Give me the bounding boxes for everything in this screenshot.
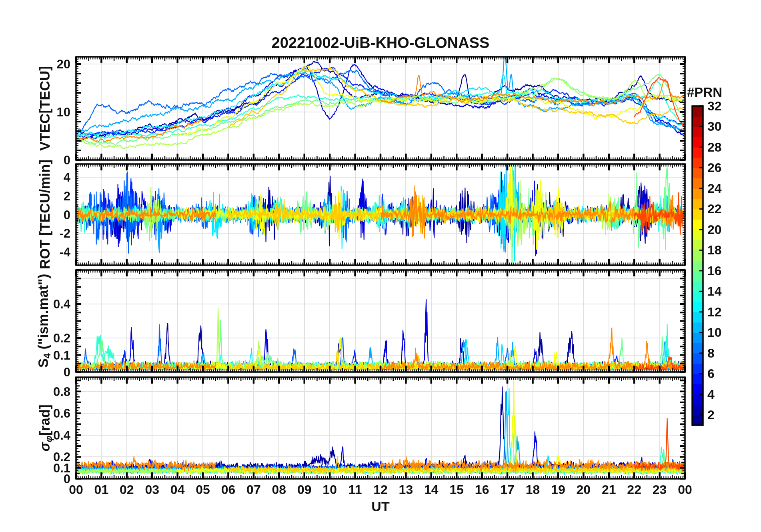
y-axis-label-vtec: VTEC[TECU] [37, 66, 53, 151]
x-tick-label: 05 [196, 483, 210, 496]
colorbar-tick-label: 2 [707, 408, 715, 421]
x-tick-label: 09 [297, 483, 312, 496]
x-tick-label: 22 [627, 483, 641, 496]
y-tick-label: 0.2 [53, 451, 70, 463]
x-tick-label: 15 [449, 483, 464, 496]
x-tick-label: 13 [399, 483, 413, 496]
colorbar-tick-label: 26 [707, 161, 722, 174]
x-tick-label: 12 [373, 483, 388, 496]
colorbar-tick-label: 12 [707, 306, 722, 318]
y-axis-label-text: ROT [TECU/min] [37, 160, 52, 269]
colorbar-tick-label: 16 [707, 264, 722, 277]
y-axis-label-sub: φ [44, 436, 54, 442]
chart-title: 20221002-UiB-KHO-GLONASS [272, 34, 490, 52]
colorbar-tick-label: 10 [707, 326, 722, 339]
y-tick-label: 20 [57, 58, 70, 70]
colorbar-tick-label: 24 [707, 182, 722, 195]
x-tick-label: 08 [272, 483, 286, 496]
y-tick-label: 0.6 [53, 407, 70, 420]
x-tick-label: 10 [322, 483, 337, 496]
x-tick-label: 21 [602, 483, 616, 496]
figure: 20221002-UiB-KHO-GLONASS VTEC[TECU] ROT … [0, 0, 761, 532]
y-axis-label-rot: ROT [TECU/min] [37, 160, 53, 269]
colorbar-tick-label: 18 [707, 244, 722, 256]
x-tick-label: 00 [678, 483, 692, 496]
y-tick-label: -2 [59, 227, 70, 240]
x-tick-label: 19 [551, 483, 565, 496]
x-tick-label: 14 [424, 483, 439, 496]
y-axis-label-text: σ [37, 442, 52, 451]
y-axis-label-rest: [rad] [37, 404, 52, 436]
y-tick-label: 0.1 [53, 349, 70, 361]
colorbar-tick-label: 28 [707, 141, 722, 154]
y-tick-label: 0.4 [53, 429, 70, 441]
colorbar-tick-label: 22 [707, 202, 722, 215]
y-tick-label: 2 [64, 190, 70, 202]
x-tick-label: 11 [348, 483, 362, 496]
y-tick-label: 10 [57, 106, 70, 118]
colorbar-tick-label: 8 [707, 347, 715, 360]
x-tick-label: 16 [475, 483, 489, 496]
colorbar-title: #PRN [687, 85, 722, 100]
colorbar-tick-label: 6 [707, 367, 715, 380]
y-axis-label-rest: ("ism.mat") [35, 274, 51, 354]
x-tick-label: 01 [94, 483, 109, 496]
colorbar-tick-label: 14 [707, 285, 722, 298]
x-tick-label: 17 [500, 483, 515, 496]
y-tick-label: 0.8 [53, 385, 70, 398]
y-axis-label-text: VTEC[TECU] [37, 66, 52, 151]
colorbar-tick-label: 30 [707, 120, 722, 133]
x-tick-label: 18 [526, 483, 540, 496]
x-tick-label: 07 [246, 483, 261, 496]
y-axis-label-sigma-phi: σφ[rad] [37, 404, 53, 451]
y-tick-label: 0 [64, 366, 70, 378]
y-tick-label: 0 [64, 154, 70, 166]
y-tick-label: 0 [64, 208, 70, 221]
x-axis-label: UT [371, 499, 389, 514]
y-tick-label: 0.4 [53, 298, 70, 310]
x-tick-label: 03 [145, 483, 159, 496]
x-tick-label: 06 [221, 483, 236, 496]
plot-canvas [0, 0, 761, 532]
y-axis-label-sub: 4 [42, 353, 52, 358]
x-tick-label: 04 [170, 483, 185, 496]
colorbar-tick-label: 20 [707, 223, 722, 236]
x-tick-label: 02 [120, 483, 134, 496]
colorbar-tick-label: 4 [707, 388, 715, 401]
colorbar-tick-label: 32 [707, 100, 722, 112]
x-tick-label: 23 [653, 483, 667, 496]
y-tick-label: -4 [59, 246, 70, 258]
y-tick-label: 4 [64, 171, 70, 183]
y-tick-label: 0.2 [53, 332, 70, 344]
y-axis-label-text: S [35, 358, 51, 368]
y-axis-label-s4: S4 ("ism.mat") [35, 274, 51, 368]
x-tick-label: 00 [69, 483, 83, 496]
x-tick-label: 20 [577, 483, 591, 496]
